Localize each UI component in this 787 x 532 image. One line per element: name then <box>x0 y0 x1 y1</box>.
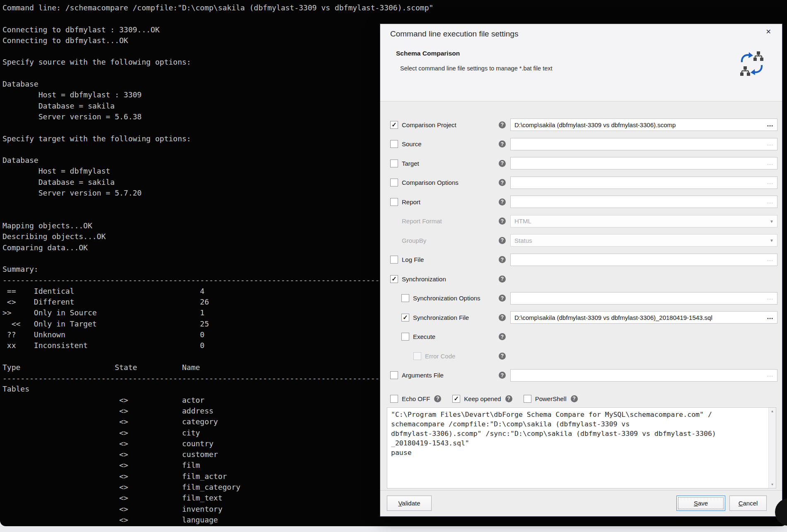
comparison-project-input[interactable]: D:\comp\sakila (dbfmylast-3309 vs dbfmyl… <box>510 118 777 131</box>
comparison-options-label: Comparison Options <box>402 179 459 186</box>
groupby-value: Status <box>514 237 532 244</box>
check-icon: ✓ <box>391 121 397 128</box>
option-row-error-code: Error Code ? <box>390 346 777 366</box>
arguments-file-label: Arguments File <box>402 372 444 379</box>
save-button[interactable]: Save <box>676 496 725 511</box>
source-input[interactable]: … <box>510 138 777 150</box>
help-icon[interactable]: ? <box>505 395 512 402</box>
save-button-rest: ave <box>698 500 708 507</box>
comparison-project-value: D:\comp\sakila (dbfmylast-3309 vs dbfmyl… <box>514 121 676 128</box>
browse-button[interactable]: … <box>767 140 773 147</box>
browse-button[interactable]: … <box>767 294 773 301</box>
help-icon[interactable]: ? <box>499 140 506 148</box>
help-icon[interactable]: ? <box>499 218 506 225</box>
source-label: Source <box>402 140 422 148</box>
report-format-select[interactable]: HTML ▼ <box>510 215 777 227</box>
option-row-arguments-file: Arguments File ? … <box>390 366 777 385</box>
comparison-project-label: Comparison Project <box>402 121 456 128</box>
option-row-synchronization: ✓ Synchronization ? <box>390 269 777 289</box>
scroll-down-icon[interactable]: ▼ <box>769 483 776 486</box>
help-icon[interactable]: ? <box>434 395 441 402</box>
scrollbar[interactable]: ▲ ▼ <box>768 408 776 488</box>
browse-button[interactable]: … <box>767 314 773 320</box>
validate-button[interactable]: Validate <box>387 496 432 511</box>
report-format-label: Report Format <box>402 218 442 225</box>
keep-opened-checkbox[interactable]: ✓ <box>452 395 460 403</box>
help-icon[interactable]: ? <box>499 372 506 379</box>
synchronization-file-checkbox[interactable]: ✓ <box>401 314 409 322</box>
error-code-label: Error Code <box>425 353 455 360</box>
help-icon[interactable]: ? <box>499 198 506 206</box>
close-icon[interactable]: ✕ <box>766 28 771 36</box>
synchronization-label: Synchronization <box>402 276 446 283</box>
target-input[interactable]: … <box>510 157 777 169</box>
echo-off-flag: Echo OFF ? <box>390 395 441 403</box>
save-button-accel: S <box>694 500 698 507</box>
help-icon[interactable]: ? <box>499 160 506 167</box>
echo-off-label: Echo OFF <box>402 395 430 402</box>
log-file-input[interactable]: … <box>510 254 777 266</box>
cancel-button[interactable]: Cancel <box>729 496 767 511</box>
comparison-options-input[interactable]: … <box>510 177 777 189</box>
synchronization-options-input[interactable]: … <box>510 292 777 305</box>
synchronization-file-input[interactable]: D:\comp\sakila (dbfmylast-3309 vs dbfmyl… <box>510 311 777 324</box>
synchronization-options-checkbox[interactable] <box>401 294 409 302</box>
bat-text-area[interactable]: "C:\Program Files\Devart\dbForge Schema … <box>387 407 776 488</box>
target-checkbox[interactable] <box>390 160 398 167</box>
powershell-checkbox[interactable] <box>524 395 531 403</box>
browse-button[interactable]: … <box>767 198 773 205</box>
powershell-flag: PowerShell ? <box>524 395 578 403</box>
groupby-select[interactable]: Status ▼ <box>510 234 777 247</box>
powershell-label: PowerShell <box>535 395 567 402</box>
scroll-up-icon[interactable]: ▲ <box>769 409 776 413</box>
browse-button[interactable]: … <box>767 256 773 262</box>
synchronization-options-label: Synchronization Options <box>413 295 480 302</box>
command-line-settings-dialog: Command line execution file settings ✕ S… <box>380 24 782 517</box>
chevron-down-icon[interactable]: ▼ <box>770 238 774 243</box>
arguments-file-checkbox[interactable] <box>390 371 398 379</box>
echo-off-checkbox[interactable] <box>390 395 398 403</box>
synchronization-checkbox[interactable]: ✓ <box>390 275 398 283</box>
help-icon[interactable]: ? <box>571 395 578 402</box>
help-icon[interactable]: ? <box>499 237 506 244</box>
error-code-checkbox <box>413 352 421 360</box>
synchronization-file-value: D:\comp\sakila (dbfmylast-3309 vs dbfmyl… <box>514 314 712 321</box>
help-icon[interactable]: ? <box>499 353 506 360</box>
help-icon[interactable]: ? <box>499 121 506 128</box>
option-row-log-file: Log File ? … <box>390 250 777 270</box>
groupby-label: GroupBy <box>402 237 426 244</box>
browse-button[interactable]: … <box>767 371 773 378</box>
arguments-file-input[interactable]: … <box>510 369 777 382</box>
cancel-button-rest: ancel <box>743 500 758 507</box>
target-label: Target <box>402 160 419 167</box>
bat-text: "C:\Program Files\Devart\dbForge Schema … <box>387 408 776 459</box>
keep-opened-flag: ✓ Keep opened ? <box>452 395 512 403</box>
execute-checkbox[interactable] <box>401 333 409 341</box>
log-file-checkbox[interactable] <box>390 256 398 264</box>
report-format-value: HTML <box>514 218 531 225</box>
browse-button[interactable]: … <box>767 160 773 166</box>
help-icon[interactable]: ? <box>499 333 506 340</box>
browse-button[interactable]: … <box>767 179 773 185</box>
report-checkbox[interactable] <box>390 198 398 206</box>
execute-label: Execute <box>413 333 435 340</box>
source-checkbox[interactable] <box>390 140 398 148</box>
help-icon[interactable]: ? <box>499 276 506 283</box>
browse-button[interactable]: … <box>767 121 773 128</box>
help-icon[interactable]: ? <box>499 314 506 321</box>
header-subtitle: Select command line file settings to man… <box>400 65 553 72</box>
help-icon[interactable]: ? <box>499 179 506 186</box>
comparison-project-checkbox[interactable]: ✓ <box>390 121 398 129</box>
check-icon: ✓ <box>454 395 459 401</box>
option-row-report: Report ? … <box>390 192 777 212</box>
dialog-header: Command line execution file settings ✕ S… <box>380 24 782 102</box>
help-icon[interactable]: ? <box>499 256 506 263</box>
comparison-options-checkbox[interactable] <box>390 179 398 186</box>
schema-comparison-heading: Schema Comparison <box>396 50 460 57</box>
report-input[interactable]: … <box>510 196 777 208</box>
help-icon[interactable]: ? <box>499 295 506 302</box>
bat-flags-row: Echo OFF ? ✓ Keep opened ? PowerShell ? <box>390 392 589 405</box>
options-list: ✓ Comparison Project ? D:\comp\sakila (d… <box>390 115 777 385</box>
chevron-down-icon[interactable]: ▼ <box>770 219 774 223</box>
synchronization-file-label: Synchronization File <box>413 314 469 321</box>
